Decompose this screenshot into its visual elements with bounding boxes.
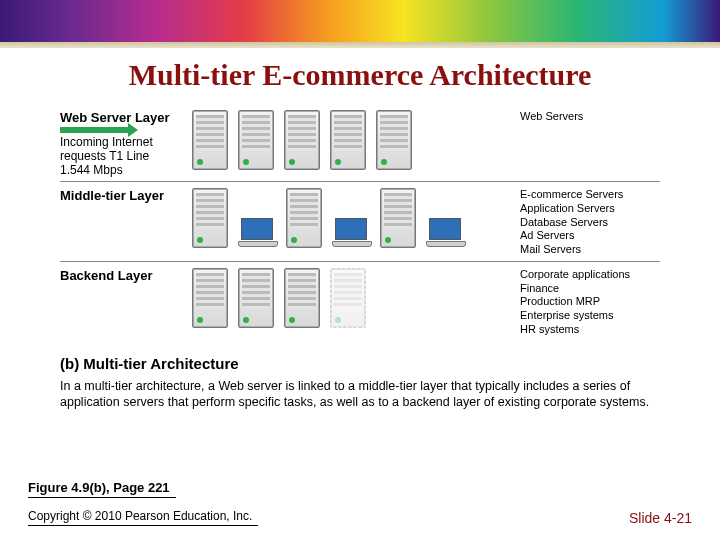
server-icon xyxy=(284,268,320,328)
layer-web-right: Web Servers xyxy=(516,110,660,124)
back-right-l3: Production MRP xyxy=(520,295,660,309)
server-icon xyxy=(192,268,228,328)
caption-block: (b) Multi-tier Architecture In a multi-t… xyxy=(60,355,660,412)
layer-mid-name: Middle-tier Layer xyxy=(60,188,192,203)
laptop-icon xyxy=(238,218,276,244)
server-icon xyxy=(376,110,412,170)
inflow-line2: requests T1 Line xyxy=(60,149,192,163)
arrow-icon xyxy=(60,127,130,133)
slide-title: Multi-tier E-commerce Architecture xyxy=(0,58,720,92)
back-right-l2: Finance xyxy=(520,282,660,296)
figure-reference: Figure 4.9(b), Page 221 xyxy=(28,480,176,498)
copyright: Copyright © 2010 Pearson Education, Inc. xyxy=(28,509,258,526)
laptop-icon xyxy=(426,218,464,244)
figure: Web Server Layer Incoming Internet reque… xyxy=(60,104,660,411)
mid-right-l3: Database Servers xyxy=(520,216,660,230)
layer-mid: Middle-tier Layer E-commerce Servers App… xyxy=(60,181,660,261)
back-right-l4: Enterprise systems xyxy=(520,309,660,323)
mid-right-l5: Mail Servers xyxy=(520,243,660,257)
back-right-l5: HR systems xyxy=(520,323,660,337)
server-icon xyxy=(286,188,322,248)
web-right-label: Web Servers xyxy=(520,110,660,124)
server-icon xyxy=(192,188,228,248)
layer-web: Web Server Layer Incoming Internet reque… xyxy=(60,104,660,181)
layer-back-servers xyxy=(192,268,516,328)
accent-stripe xyxy=(0,42,720,48)
accent-bar xyxy=(0,0,720,42)
layer-mid-servers xyxy=(192,188,516,248)
layer-back-name: Backend Layer xyxy=(60,268,192,283)
layer-mid-right: E-commerce Servers Application Servers D… xyxy=(516,188,660,257)
layer-mid-left: Middle-tier Layer xyxy=(60,188,192,205)
layer-back-left: Backend Layer xyxy=(60,268,192,285)
layer-back-right: Corporate applications Finance Productio… xyxy=(516,268,660,337)
arch-desc: In a multi-tier architecture, a Web serv… xyxy=(60,378,660,412)
inflow-arrow-row xyxy=(60,127,192,133)
slide-number: Slide 4-21 xyxy=(629,510,692,526)
layer-web-name: Web Server Layer xyxy=(60,110,192,125)
server-icon xyxy=(330,110,366,170)
server-icon-ghost xyxy=(330,268,366,328)
laptop-icon xyxy=(332,218,370,244)
mid-right-l4: Ad Servers xyxy=(520,229,660,243)
mid-right-l1: E-commerce Servers xyxy=(520,188,660,202)
layer-web-servers xyxy=(192,110,516,170)
server-icon xyxy=(284,110,320,170)
slide: Multi-tier E-commerce Architecture Web S… xyxy=(0,0,720,540)
server-icon xyxy=(380,188,416,248)
layer-web-left: Web Server Layer Incoming Internet reque… xyxy=(60,110,192,177)
inflow-line3: 1.544 Mbps xyxy=(60,163,192,177)
server-icon xyxy=(192,110,228,170)
inflow-line1: Incoming Internet xyxy=(60,135,192,149)
server-icon xyxy=(238,268,274,328)
server-icon xyxy=(238,110,274,170)
layer-back: Backend Layer Corporate applications Fin… xyxy=(60,261,660,341)
arch-label: (b) Multi-tier Architecture xyxy=(60,355,660,372)
back-right-l1: Corporate applications xyxy=(520,268,660,282)
mid-right-l2: Application Servers xyxy=(520,202,660,216)
